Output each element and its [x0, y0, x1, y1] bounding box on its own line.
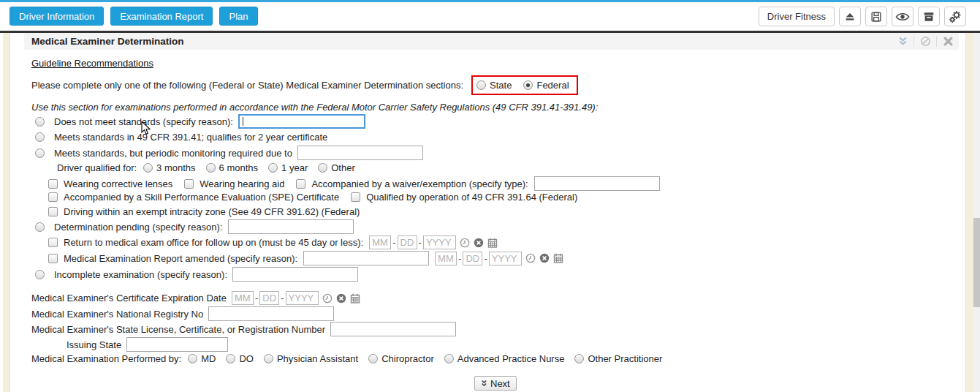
amended-mm-input[interactable] [435, 252, 457, 265]
radio-incomplete-exam[interactable] [35, 270, 45, 279]
waiver-type-input[interactable] [534, 176, 660, 191]
practitioner-pa-label: Physician Assistant [277, 353, 358, 364]
radio-meets-2yr[interactable] [35, 132, 45, 142]
amended-yyyy-input[interactable] [489, 252, 522, 265]
calendar-icon[interactable] [553, 253, 563, 263]
toolbar-actions: Driver Fitness [759, 7, 966, 26]
radio-physician-assistant[interactable] [264, 354, 273, 363]
scrollbar-track[interactable] [973, 33, 980, 392]
double-chevron-down-icon [481, 380, 487, 388]
exempt-intracity-label: Driving within an exempt intracity zone … [64, 206, 360, 217]
radio-do[interactable] [226, 354, 235, 363]
cert-mm-input[interactable] [232, 291, 254, 305]
save-icon [870, 10, 883, 23]
time-icon[interactable] [322, 293, 333, 304]
registry-no-input[interactable] [208, 306, 334, 321]
checkbox-49cfr-391-64[interactable] [351, 192, 360, 202]
eject-icon [843, 10, 856, 23]
radio-md[interactable] [188, 354, 197, 363]
federal-note: Use this section for examinations perfor… [31, 102, 598, 113]
clear-icon[interactable] [474, 238, 484, 248]
followup-yyyy-input[interactable] [423, 235, 456, 249]
scope-highlight-box: State Federal [471, 75, 577, 95]
tab-driver-information[interactable]: Driver Information [10, 7, 104, 26]
state-license-input[interactable] [330, 322, 456, 336]
checkbox-hearing-aid[interactable] [184, 179, 194, 189]
checkbox-corrective-lenses[interactable] [48, 179, 58, 189]
amended-date-group: - - [435, 252, 563, 265]
radio-advanced-practice-nurse[interactable] [444, 354, 454, 363]
collapse-chevron-icon[interactable] [892, 33, 913, 50]
radio-other-practitioner[interactable] [574, 354, 584, 363]
close-icon[interactable] [937, 33, 959, 50]
does-not-meet-reason-input[interactable] [238, 114, 365, 129]
pending-reason-input[interactable] [228, 219, 354, 234]
spe-certificate-label: Accompanied by a Skill Performance Evalu… [64, 192, 339, 203]
radio-determination-pending[interactable] [35, 222, 45, 232]
time-icon[interactable] [525, 253, 536, 263]
performed-by-label: Medical Examination Performed by: [31, 353, 181, 364]
guideline-recommendations-link[interactable]: Guideline Recommendations [31, 58, 153, 69]
scrollbar-thumb[interactable] [973, 218, 980, 307]
followup-mm-input[interactable] [369, 235, 391, 249]
clear-icon[interactable] [539, 253, 550, 263]
eye-icon [895, 10, 910, 23]
radio-3-months[interactable] [143, 163, 153, 173]
state-license-label: Medical Examiner's State License, Certif… [31, 324, 325, 335]
waiver-exemption-label: Accompanied by a waiver/exemption (speci… [311, 178, 528, 189]
determination-pending-label: Determination pending (specify reason): [54, 222, 223, 233]
duration-other-label: Other [331, 162, 355, 173]
settings-button[interactable] [944, 7, 966, 26]
radio-federal-label: Federal [536, 80, 569, 91]
radio-federal[interactable] [523, 80, 533, 90]
clear-icon[interactable] [336, 293, 346, 304]
top-toolbar: Driver Information Examination Report Pl… [3, 2, 980, 31]
meets-2yr-label: Meets standards in 49 CFR 391.41; qualif… [54, 132, 327, 143]
checkbox-spe-certificate[interactable] [48, 192, 58, 202]
radio-does-not-meet[interactable] [35, 117, 45, 127]
checkbox-return-followup[interactable] [48, 238, 58, 247]
amended-dd-input[interactable] [463, 252, 482, 265]
tab-plan[interactable]: Plan [219, 7, 257, 26]
calendar-icon[interactable] [350, 293, 360, 304]
calendar-icon[interactable] [487, 238, 498, 248]
checkbox-waiver-exemption[interactable] [296, 179, 305, 189]
followup-dd-input[interactable] [398, 235, 417, 249]
radio-1-year[interactable] [268, 163, 278, 173]
time-icon[interactable] [460, 238, 470, 248]
date-separator: - [281, 293, 284, 304]
registry-no-label: Medical Examiner's National Registry No [31, 309, 203, 320]
archive-button[interactable] [918, 7, 940, 26]
radio-meets-monitoring[interactable] [35, 148, 45, 158]
radio-state[interactable] [476, 80, 486, 90]
issuing-state-input[interactable] [126, 337, 228, 352]
practitioner-do-label: DO [239, 353, 254, 364]
cert-dd-input[interactable] [259, 291, 279, 305]
save-button[interactable] [865, 7, 887, 26]
next-button[interactable]: Next [474, 376, 517, 391]
incomplete-exam-label: Incomplete examination (specify reason): [54, 269, 227, 280]
checkbox-exempt-intracity[interactable] [48, 207, 58, 216]
date-separator: - [392, 237, 395, 248]
followup-date-group: - - [369, 235, 498, 249]
next-button-label: Next [490, 378, 510, 389]
tab-examination-report[interactable]: Examination Report [110, 7, 213, 26]
incomplete-reason-input[interactable] [232, 267, 358, 282]
ban-icon[interactable] [914, 33, 936, 50]
cert-yyyy-input[interactable] [286, 291, 319, 305]
cert-expiration-label: Medical Examiner's Certificate Expiratio… [31, 293, 227, 304]
radio-6-months[interactable] [206, 163, 216, 173]
radio-chiropractor[interactable] [368, 354, 378, 363]
section-header: Medical Examiner Determination [24, 33, 959, 50]
radio-other-duration[interactable] [318, 163, 327, 173]
amended-reason-input[interactable] [303, 251, 429, 265]
driver-fitness-button[interactable]: Driver Fitness [759, 7, 835, 26]
preview-button[interactable] [892, 7, 913, 26]
eject-button[interactable] [839, 7, 861, 26]
corrective-lenses-label: Wearing corrective lenses [64, 178, 172, 189]
monitoring-reason-input[interactable] [297, 146, 423, 160]
determination-panel: Medical Examiner Determination Guideline… [10, 33, 966, 392]
checkbox-report-amended[interactable] [48, 254, 58, 263]
radio-state-label: State [490, 80, 512, 91]
page-title: Medical Examiner Determination [24, 36, 184, 47]
